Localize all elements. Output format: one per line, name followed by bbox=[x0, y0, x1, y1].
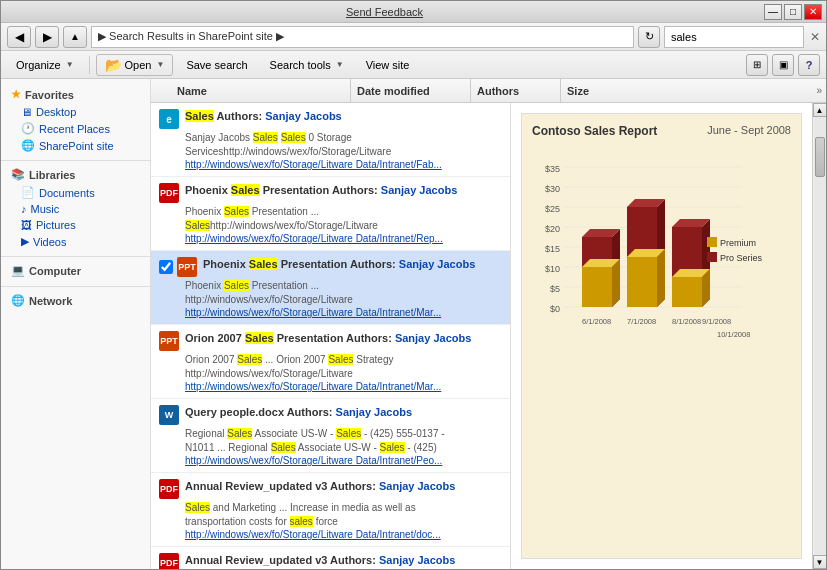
result-url[interactable]: http://windows/wex/fo/Storage/Litware Da… bbox=[185, 159, 502, 170]
save-search-label: Save search bbox=[186, 59, 247, 71]
list-item[interactable]: PDF Phoenix Sales Presentation Authors: … bbox=[151, 177, 510, 251]
col-name-header[interactable]: Name bbox=[171, 79, 351, 102]
svg-text:$5: $5 bbox=[550, 284, 560, 294]
col-authors-header[interactable]: Authors bbox=[471, 79, 561, 102]
search-input[interactable] bbox=[664, 26, 804, 48]
result-title: Annual Review_updated v3 Authors: Sanjay… bbox=[185, 479, 455, 494]
sidebar-item-desktop[interactable]: 🖥 Desktop bbox=[1, 104, 150, 120]
pdf-icon: PDF bbox=[159, 553, 179, 569]
documents-label: Documents bbox=[39, 187, 95, 199]
sharepoint-icon: 🌐 bbox=[21, 139, 35, 152]
save-search-button[interactable]: Save search bbox=[177, 54, 256, 76]
ppt-icon: PPT bbox=[177, 257, 197, 277]
send-feedback-link[interactable]: Send Feedback bbox=[346, 6, 423, 18]
sidebar-item-music[interactable]: ♪ Music bbox=[1, 201, 150, 217]
result-meta: Phoenix Sales Presentation ... bbox=[185, 279, 502, 293]
view-site-button[interactable]: View site bbox=[357, 54, 419, 76]
list-item[interactable]: W Query people.docx Authors: Sanjay Jaco… bbox=[151, 399, 510, 473]
scroll-down-button[interactable]: ▼ bbox=[813, 555, 827, 569]
back-button[interactable]: ◀ bbox=[7, 26, 31, 48]
col-expand-button[interactable]: » bbox=[812, 85, 826, 96]
svg-text:$10: $10 bbox=[545, 264, 560, 274]
main-area: ★ Favorites 🖥 Desktop 🕐 Recent Places 🌐 … bbox=[1, 79, 826, 569]
content-area: Name Date modified Authors Size » e Sale… bbox=[151, 79, 826, 569]
results-container: e Sales Authors: Sanjay Jacobs Sanjay Ja… bbox=[151, 103, 826, 569]
libraries-section: 📚 Libraries 📄 Documents ♪ Music 🖼 Pictur… bbox=[1, 165, 150, 250]
minimize-button[interactable]: — bbox=[764, 4, 782, 20]
result-url[interactable]: http://windows/wex/fo/Storage/Litware Da… bbox=[185, 381, 502, 392]
scroll-thumb[interactable] bbox=[815, 137, 825, 177]
maximize-button[interactable]: □ bbox=[784, 4, 802, 20]
list-item[interactable]: PPT Phoenix Sales Presentation Authors: … bbox=[151, 251, 510, 325]
open-button[interactable]: 📂 Open ▼ bbox=[96, 54, 174, 76]
svg-text:$0: $0 bbox=[550, 304, 560, 314]
pictures-icon: 🖼 bbox=[21, 219, 32, 231]
organize-button[interactable]: Organize ▼ bbox=[7, 54, 83, 76]
view-options-button[interactable]: ⊞ bbox=[746, 54, 768, 76]
toolbar-separator-1 bbox=[89, 56, 90, 74]
favorites-header: ★ Favorites bbox=[1, 85, 150, 104]
refresh-button[interactable]: ↻ bbox=[638, 26, 660, 48]
pdf-icon: PDF bbox=[159, 479, 179, 499]
network-header[interactable]: 🌐 Network bbox=[1, 291, 150, 310]
result-author[interactable]: Sanjay Jacobs bbox=[265, 110, 341, 122]
svg-text:Premium: Premium bbox=[720, 238, 756, 248]
sidebar-item-pictures[interactable]: 🖼 Pictures bbox=[1, 217, 150, 233]
forward-button[interactable]: ▶ bbox=[35, 26, 59, 48]
list-item[interactable]: PDF Annual Review_updated v3 Authors: Sa… bbox=[151, 473, 510, 547]
sidebar-item-videos[interactable]: ▶ Videos bbox=[1, 233, 150, 250]
sidebar-item-recent[interactable]: 🕐 Recent Places bbox=[1, 120, 150, 137]
result-meta-2: http://windows/wex/fo/Storage/Litware bbox=[185, 293, 502, 307]
result-checkbox[interactable] bbox=[159, 260, 173, 274]
star-icon: ★ bbox=[11, 88, 21, 101]
help-button[interactable]: ? bbox=[798, 54, 820, 76]
view-pane-button[interactable]: ▣ bbox=[772, 54, 794, 76]
result-header: PDF Phoenix Sales Presentation Authors: … bbox=[159, 183, 502, 203]
results-scrollbar[interactable]: ▲ ▼ bbox=[812, 103, 826, 569]
col-size-header[interactable]: Size bbox=[561, 79, 621, 102]
search-clear-icon[interactable]: ✕ bbox=[810, 30, 820, 44]
svg-text:Pro Series: Pro Series bbox=[720, 253, 762, 263]
title-bar: Send Feedback — □ ✕ bbox=[1, 1, 826, 23]
result-url[interactable]: http://windows/wex/fo/Storage/Litware Da… bbox=[185, 233, 502, 244]
result-author[interactable]: Sanjay Jacobs bbox=[395, 332, 471, 344]
organize-dropdown-icon: ▼ bbox=[66, 60, 74, 69]
scroll-track[interactable] bbox=[814, 117, 826, 555]
result-author[interactable]: Sanjay Jacobs bbox=[381, 184, 457, 196]
result-header: PPT Phoenix Sales Presentation Authors: … bbox=[159, 257, 502, 277]
scroll-up-button[interactable]: ▲ bbox=[813, 103, 827, 117]
result-url[interactable]: http://windows/wex/fo/Storage/Litware Da… bbox=[185, 455, 502, 466]
result-header: PPT Orion 2007 Sales Presentation Author… bbox=[159, 331, 502, 351]
up-button[interactable]: ▲ bbox=[63, 26, 87, 48]
result-url[interactable]: http://windows/wex/fo/Storage/Litware Da… bbox=[185, 307, 502, 318]
list-item[interactable]: PPT Orion 2007 Sales Presentation Author… bbox=[151, 325, 510, 399]
result-author[interactable]: Sanjay Jacobs bbox=[399, 258, 475, 270]
ppt-icon: PPT bbox=[159, 331, 179, 351]
result-meta: Sales and Marketing ... Increase in medi… bbox=[185, 501, 502, 515]
recent-label: Recent Places bbox=[39, 123, 110, 135]
search-tools-button[interactable]: Search tools ▼ bbox=[261, 54, 353, 76]
result-author[interactable]: Sanjay Jacobs bbox=[379, 480, 455, 492]
pictures-label: Pictures bbox=[36, 219, 76, 231]
sidebar-item-documents[interactable]: 📄 Documents bbox=[1, 184, 150, 201]
list-item[interactable]: PDF Annual Review_updated v3 Authors: Sa… bbox=[151, 547, 510, 569]
computer-header[interactable]: 💻 Computer bbox=[1, 261, 150, 280]
computer-icon: 💻 bbox=[11, 264, 25, 277]
close-button[interactable]: ✕ bbox=[804, 4, 822, 20]
svg-marker-28 bbox=[627, 257, 657, 307]
libraries-header: 📚 Libraries bbox=[1, 165, 150, 184]
list-item[interactable]: e Sales Authors: Sanjay Jacobs Sanjay Ja… bbox=[151, 103, 510, 177]
chart-area: Contoso Sales Report June - Sept 2008 $3… bbox=[521, 113, 802, 559]
result-meta-2: Serviceshttp://windows/wex/fo/Storage/Li… bbox=[185, 145, 502, 159]
sidebar-item-sharepoint[interactable]: 🌐 SharePoint site bbox=[1, 137, 150, 154]
col-date-header[interactable]: Date modified bbox=[351, 79, 471, 102]
result-author[interactable]: Sanjay Jacobs bbox=[336, 406, 412, 418]
result-url[interactable]: http://windows/wex/fo/Storage/Litware Da… bbox=[185, 529, 502, 540]
result-author[interactable]: Sanjay Jacobs bbox=[379, 554, 455, 566]
result-meta-2: http://windows/wex/fo/Storage/Litware bbox=[185, 367, 502, 381]
chart-svg: $35 $30 $25 $20 $15 $10 $5 $0 bbox=[532, 152, 791, 354]
result-title: Sales Authors: Sanjay Jacobs bbox=[185, 109, 342, 124]
svg-text:7/1/2008: 7/1/2008 bbox=[627, 317, 656, 326]
address-path[interactable]: ▶ Search Results in SharePoint site ▶ bbox=[91, 26, 634, 48]
desktop-label: Desktop bbox=[36, 106, 76, 118]
